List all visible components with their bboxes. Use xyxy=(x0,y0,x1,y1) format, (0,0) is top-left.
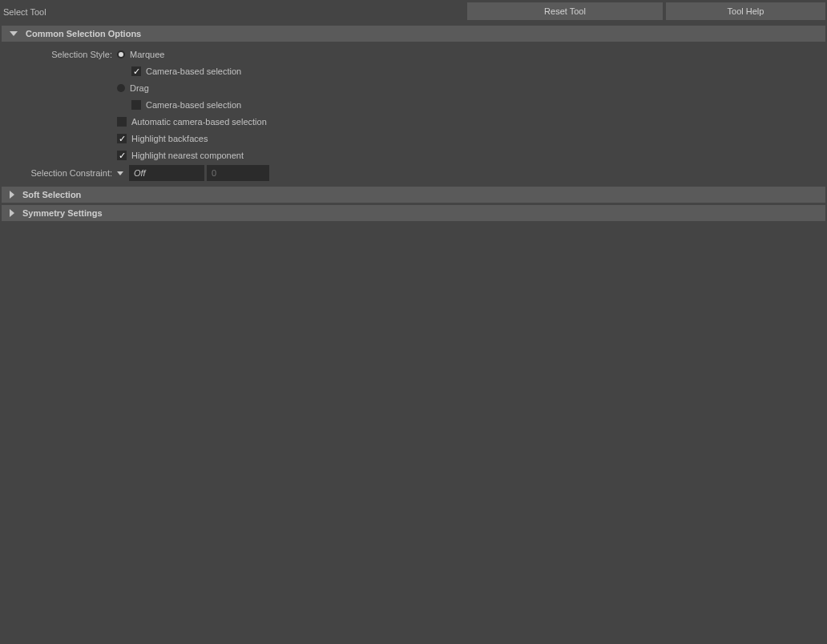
label-drag-camera-based: Camera-based selection xyxy=(146,100,241,110)
checkbox-drag-camera-based[interactable] xyxy=(131,100,141,110)
tool-help-button[interactable]: Tool Help xyxy=(666,2,825,20)
checkbox-highlight-nearest[interactable] xyxy=(117,151,127,160)
section-header-common[interactable]: Common Selection Options xyxy=(2,26,825,42)
label-marquee: Marquee xyxy=(130,50,164,59)
section-header-soft-selection[interactable]: Soft Selection xyxy=(2,187,825,203)
section-body-common: Selection Style: Marquee Camera-based se… xyxy=(5,47,822,181)
section-title-soft: Soft Selection xyxy=(22,190,81,199)
label-selection-constraint: Selection Constraint: xyxy=(5,168,117,178)
chevron-right-icon xyxy=(10,191,14,199)
label-auto-camera-based: Automatic camera-based selection xyxy=(131,117,267,127)
checkbox-auto-camera-based[interactable] xyxy=(117,117,127,127)
label-highlight-backfaces: Highlight backfaces xyxy=(131,134,208,143)
page-title: Select Tool xyxy=(3,6,46,17)
reset-tool-button[interactable]: Reset Tool xyxy=(467,2,663,20)
section-title-symmetry: Symmetry Settings xyxy=(22,208,103,218)
label-marquee-camera-based: Camera-based selection xyxy=(146,66,241,76)
section-header-symmetry-settings[interactable]: Symmetry Settings xyxy=(2,205,825,221)
chevron-down-icon[interactable] xyxy=(117,171,123,175)
label-highlight-nearest: Highlight nearest component xyxy=(131,151,244,160)
selection-constraint-value[interactable]: 0 xyxy=(207,165,269,181)
label-selection-style: Selection Style: xyxy=(5,50,117,59)
selection-constraint-select[interactable]: Off xyxy=(129,165,204,181)
radio-marquee[interactable] xyxy=(117,50,125,58)
radio-drag[interactable] xyxy=(117,84,125,92)
label-drag: Drag xyxy=(130,83,149,93)
section-title-common: Common Selection Options xyxy=(26,29,141,38)
chevron-down-icon xyxy=(10,31,18,36)
chevron-right-icon xyxy=(10,209,14,217)
checkbox-marquee-camera-based[interactable] xyxy=(131,66,141,76)
checkbox-highlight-backfaces[interactable] xyxy=(117,134,127,143)
